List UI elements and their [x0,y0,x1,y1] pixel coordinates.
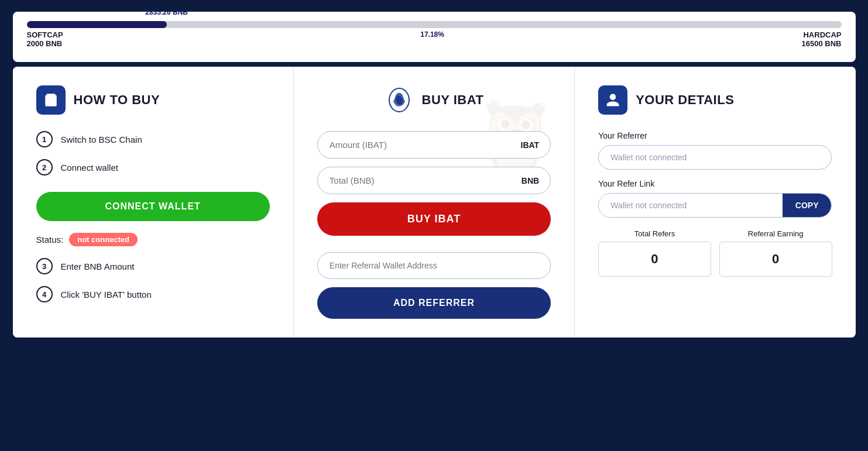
progress-percent: 17.18% [420,30,444,48]
cards-section: HOW TO BUY 1 Switch to BSC Chain 2 Conne… [13,67,856,338]
status-label: Status: [36,235,64,245]
buy-ibat-button[interactable]: BUY IBAT [317,202,551,236]
referral-earning-value: 0 [719,242,832,277]
softcap-value: 2000 BNB [27,39,63,48]
total-bnb-input[interactable] [317,167,551,194]
step-2-number: 2 [36,159,53,175]
add-referrer-button[interactable]: ADD REFERRER [317,287,551,319]
status-row: Status: not connected [36,233,270,246]
step-1-number: 1 [36,131,53,147]
your-details-icon [598,85,627,115]
buy-ibat-card: BUY IBAT 🦉 IBAT BNB BUY IBAT ADD REFERRE… [294,67,575,338]
your-details-title-row: YOUR DETAILS [598,85,832,115]
hardcap-labels: HARDCAP 16500 BNB [802,30,842,48]
referral-earning-col: Referral Earning 0 [719,229,832,277]
step-2-text: Connect wallet [61,163,118,173]
step-4-text: Click 'BUY IBAT' button [61,290,152,299]
progress-bar-wrapper: 2835.26 BNB SOFTCAP 2000 BNB 17.18% HARD… [27,21,842,48]
step-4-number: 4 [36,286,53,302]
amount-ibat-suffix: IBAT [521,140,540,150]
step-3-text: Enter BNB Amount [61,261,135,271]
how-to-buy-card: HOW TO BUY 1 Switch to BSC Chain 2 Conne… [13,67,294,338]
total-bnb-suffix: BNB [522,176,539,185]
your-details-title: YOUR DETAILS [636,92,734,108]
your-details-card: YOUR DETAILS Your Referrer Wallet not co… [575,67,855,338]
step-2: 2 Connect wallet [36,159,270,175]
progress-section: 2835.26 BNB SOFTCAP 2000 BNB 17.18% HARD… [13,12,856,62]
main-container: 2835.26 BNB SOFTCAP 2000 BNB 17.18% HARD… [13,12,856,338]
softcap-label: SOFTCAP [27,30,63,39]
progress-bar-fill [27,21,167,28]
refer-link-label: Your Refer Link [598,179,832,188]
refers-row: Total Refers 0 Referral Earning 0 [598,229,832,277]
ibat-logo-icon [385,85,414,115]
connect-wallet-button[interactable]: CONNECT WALLET [36,192,270,221]
referrer-label: Your Referrer [598,131,832,140]
step-1-text: Switch to BSC Chain [61,135,142,144]
referrer-input-display: Wallet not connected [598,145,832,170]
referral-input-wrapper [317,252,551,279]
copy-button[interactable]: COPY [783,194,832,217]
step-3: 3 Enter BNB Amount [36,258,270,274]
progress-bar-bg [27,21,842,28]
how-to-buy-title-row: HOW TO BUY [36,85,270,115]
referral-earning-label: Referral Earning [748,229,804,238]
refer-link-text: Wallet not connected [599,194,783,217]
buy-ibat-header: BUY IBAT [317,85,551,115]
softcap-labels: SOFTCAP 2000 BNB [27,30,63,48]
how-to-buy-icon [36,85,66,115]
details-section: Your Referrer Wallet not connected Your … [598,131,832,277]
how-to-buy-title: HOW TO BUY [74,92,160,108]
step-4: 4 Click 'BUY IBAT' button [36,286,270,302]
step-1: 1 Switch to BSC Chain [36,131,270,147]
step-list-2: 3 Enter BNB Amount 4 Click 'BUY IBAT' bu… [36,258,270,302]
buy-ibat-body: IBAT BNB BUY IBAT ADD REFERRER [317,131,551,319]
total-refers-label: Total Refers [634,229,675,238]
total-bnb-wrapper: BNB [317,167,551,194]
step-3-number: 3 [36,258,53,274]
status-badge: not connected [69,233,138,246]
buy-ibat-title: BUY IBAT [422,92,484,108]
step-list: 1 Switch to BSC Chain 2 Connect wallet [36,131,270,175]
referral-input[interactable] [317,252,551,279]
progress-current-value: 2835.26 BNB [145,8,188,16]
refer-link-row: Wallet not connected COPY [598,193,832,218]
total-refers-col: Total Refers 0 [598,229,711,277]
hardcap-label: HARDCAP [802,30,842,39]
total-refers-value: 0 [598,242,711,277]
hardcap-value: 16500 BNB [802,39,842,48]
amount-ibat-wrapper: IBAT [317,131,551,159]
amount-ibat-input[interactable] [317,131,551,159]
referrer-placeholder-text: Wallet not connected [610,153,687,162]
